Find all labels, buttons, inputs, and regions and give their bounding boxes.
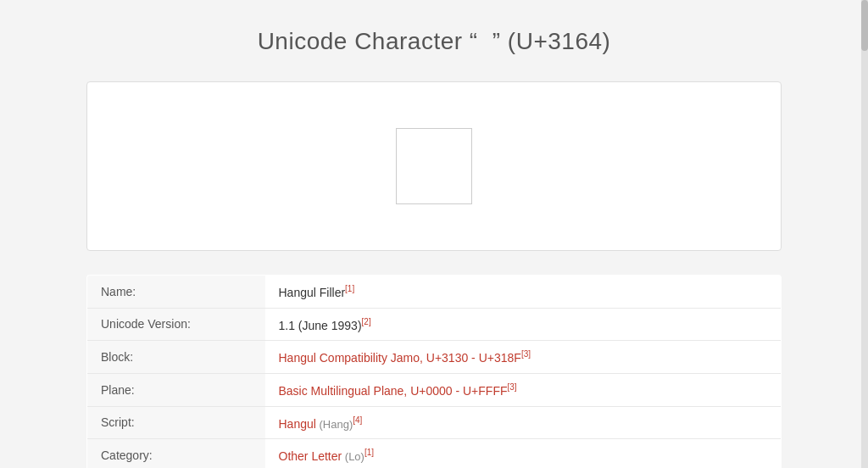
prop-label: Name: [87, 276, 265, 309]
table-row: Category:Other Letter (Lo)[1] [87, 439, 782, 468]
prop-value-paren: (Lo) [342, 450, 364, 463]
prop-ref: [3] [508, 382, 517, 392]
prop-ref: [4] [353, 415, 362, 425]
prop-value-text: 1.1 (June 1993) [279, 318, 362, 332]
prop-label: Block: [87, 341, 265, 374]
info-table: Name:Hangul Filler[1]Unicode Version:1.1… [86, 275, 782, 468]
prop-value-link[interactable]: Basic Multilingual Plane, U+0000 - U+FFF… [279, 384, 508, 398]
prop-value-link[interactable]: Hangul Compatibility Jamo, U+3130 - U+31… [279, 351, 521, 365]
prop-label: Unicode Version: [87, 308, 265, 341]
table-row: Script:Hangul (Hang)[4] [87, 406, 782, 439]
table-row: Block:Hangul Compatibility Jamo, U+3130 … [87, 341, 782, 374]
prop-value: Hangul (Hang)[4] [265, 406, 782, 439]
page-wrapper: Unicode Character “ ㅤ ” (U+3164) ㅤ Name:… [70, 0, 798, 468]
prop-value: 1.1 (June 1993)[2] [265, 308, 782, 341]
prop-value: Other Letter (Lo)[1] [265, 439, 782, 468]
table-row: Name:Hangul Filler[1] [87, 276, 782, 309]
prop-value-text: Hangul Filler [279, 286, 346, 299]
char-display-box: ㅤ [86, 81, 782, 251]
prop-ref: [1] [364, 448, 374, 457]
prop-value: Hangul Compatibility Jamo, U+3130 - U+31… [265, 341, 782, 374]
scrollbar-thumb[interactable] [861, 0, 868, 51]
char-glyph: ㅤ [396, 128, 472, 204]
scrollbar[interactable] [861, 0, 868, 468]
page-title-text: Unicode Character “ ㅤ ” (U+3164) [258, 28, 611, 54]
prop-value: Hangul Filler[1] [265, 276, 782, 309]
prop-value-link[interactable]: Other Letter [279, 449, 342, 463]
prop-ref: [1] [345, 284, 354, 293]
prop-label: Plane: [87, 373, 265, 406]
prop-label: Category: [87, 439, 265, 468]
table-row: Plane:Basic Multilingual Plane, U+0000 -… [87, 373, 782, 406]
prop-value: Basic Multilingual Plane, U+0000 - U+FFF… [265, 373, 782, 406]
prop-label: Script: [87, 406, 265, 439]
prop-value-link[interactable]: Hangul [279, 416, 316, 430]
page-title: Unicode Character “ ㅤ ” (U+3164) [86, 25, 782, 58]
prop-ref: [3] [521, 349, 531, 359]
prop-value-paren: (Hang) [316, 417, 353, 430]
table-row: Unicode Version:1.1 (June 1993)[2] [87, 308, 782, 341]
prop-ref: [2] [362, 317, 371, 326]
